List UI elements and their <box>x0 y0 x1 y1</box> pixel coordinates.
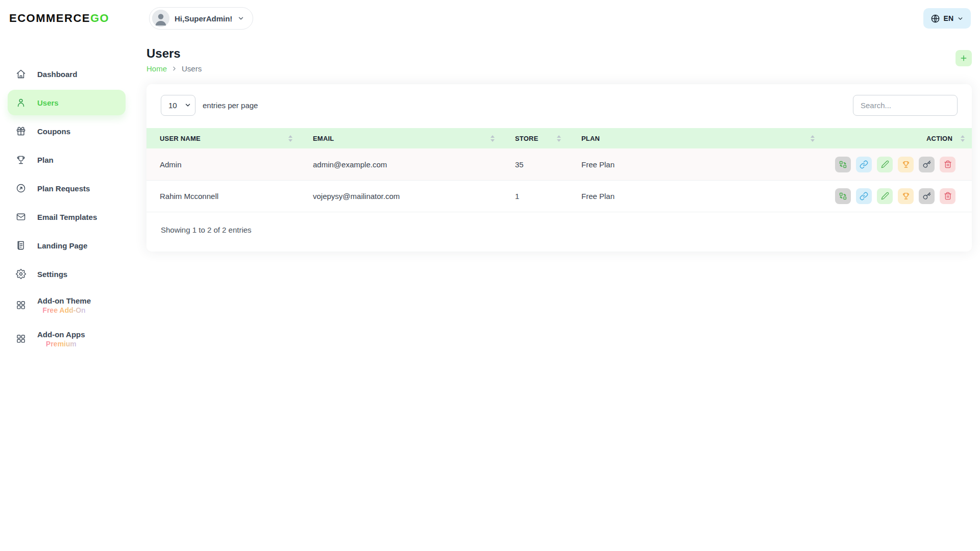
cell-username: Admin <box>146 148 300 180</box>
sidebar-item-subtitle: Premium <box>46 340 77 348</box>
sort-icon[interactable] <box>288 135 292 142</box>
link-icon <box>860 160 868 169</box>
language-selector[interactable]: EN <box>923 8 971 29</box>
table-row: Rahim Mcconnell vojepysy@mailinator.com … <box>146 180 972 212</box>
add-user-button[interactable] <box>955 50 972 66</box>
copy-link-button[interactable] <box>856 188 872 204</box>
chevron-down-icon <box>237 15 244 22</box>
breadcrumb-current: Users <box>182 64 202 73</box>
trophy-icon <box>902 192 910 200</box>
sidebar-item-label: Coupons <box>37 127 70 136</box>
column-header-action[interactable]: ACTION <box>822 128 972 148</box>
pencil-icon <box>881 192 889 200</box>
column-header-email[interactable]: EMAIL <box>300 128 502 148</box>
table-summary: Showing 1 to 2 of 2 entries <box>146 212 972 234</box>
upgrade-plan-button[interactable] <box>898 157 914 172</box>
trash-icon <box>944 160 952 168</box>
sidebar-item-label: Plan Requests <box>37 184 90 193</box>
sidebar-item-label: Add-on Apps <box>37 330 85 339</box>
trophy-icon <box>902 160 910 168</box>
sidebar-item-label: Email Templates <box>37 213 97 221</box>
brand-logo[interactable]: ECOMMERCEGO <box>0 12 133 25</box>
table-row: Admin admin@example.com 35 Free Plan <box>146 148 972 180</box>
entries-select[interactable]: 10 <box>161 95 195 116</box>
sort-icon[interactable] <box>491 135 495 142</box>
cell-email: vojepysy@mailinator.com <box>300 180 502 212</box>
sidebar-item-label: Settings <box>37 270 67 279</box>
globe-icon <box>930 14 940 23</box>
upgrade-plan-button[interactable] <box>898 188 914 204</box>
grid-icon <box>16 334 26 344</box>
user-greeting: Hi,SuperAdmin! <box>175 14 232 23</box>
trophy-icon <box>16 155 26 165</box>
swap-plan-button[interactable] <box>835 188 851 204</box>
edit-button[interactable] <box>877 188 893 204</box>
users-card: 10 entries per page USER NAME EMAIL STOR… <box>146 84 972 252</box>
user-menu[interactable]: Hi,SuperAdmin! <box>149 7 253 30</box>
swap-icon <box>839 160 847 169</box>
delete-button[interactable] <box>940 157 955 172</box>
table-header-row: USER NAME EMAIL STORE PLAN ACTION <box>146 128 972 148</box>
brand-name: ECOMMERCE <box>9 12 90 24</box>
cell-store: 1 <box>502 180 568 212</box>
sidebar-item-label: Dashboard <box>37 70 77 79</box>
copy-link-button[interactable] <box>856 157 872 172</box>
language-code: EN <box>944 14 953 22</box>
delete-button[interactable] <box>940 188 955 204</box>
row-actions <box>835 157 965 172</box>
cell-plan: Free Plan <box>568 148 822 180</box>
column-header-store[interactable]: STORE <box>502 128 568 148</box>
user-icon <box>16 97 26 108</box>
sidebar-item-subtitle: Free Add-On <box>42 306 85 314</box>
cell-email: admin@example.com <box>300 148 502 180</box>
main-content: Users Home Users 10 entries per <box>133 37 980 252</box>
key-icon <box>923 160 931 168</box>
page-icon <box>16 240 26 251</box>
sidebar: Dashboard Users Coupons Plan Plan Reques… <box>0 37 133 357</box>
column-header-plan[interactable]: PLAN <box>568 128 822 148</box>
chevron-right-icon <box>171 65 178 72</box>
breadcrumb: Home Users <box>146 64 202 73</box>
edit-button[interactable] <box>877 157 893 172</box>
sidebar-item-addon-theme[interactable]: Add-on Theme Free Add-On <box>8 290 126 320</box>
reset-password-button[interactable] <box>919 188 935 204</box>
key-icon <box>923 192 931 200</box>
sidebar-item-plan-requests[interactable]: Plan Requests <box>8 176 126 201</box>
sidebar-item-settings[interactable]: Settings <box>8 261 126 287</box>
gear-icon <box>16 269 26 279</box>
swap-icon <box>839 192 847 201</box>
link-icon <box>860 192 868 201</box>
entries-per-page-label: entries per page <box>203 101 258 110</box>
sidebar-item-label: Users <box>37 98 59 107</box>
gift-icon <box>16 126 26 136</box>
sidebar-item-addon-apps[interactable]: Add-on Apps Premium <box>8 323 126 354</box>
sidebar-item-coupons[interactable]: Coupons <box>8 118 126 144</box>
sidebar-item-label: Landing Page <box>37 241 87 250</box>
swap-plan-button[interactable] <box>835 157 851 172</box>
cell-store: 35 <box>502 148 568 180</box>
entries-per-page-select[interactable]: 10 <box>161 95 195 116</box>
avatar <box>152 10 169 27</box>
search-input[interactable] <box>853 95 958 116</box>
page-title: Users <box>146 47 202 60</box>
arrow-up-right-circle-icon <box>16 183 26 193</box>
sidebar-item-email-templates[interactable]: Email Templates <box>8 204 126 230</box>
sidebar-item-dashboard[interactable]: Dashboard <box>8 61 126 87</box>
chevron-down-icon <box>957 15 964 22</box>
breadcrumb-home-link[interactable]: Home <box>146 64 167 73</box>
sort-icon[interactable] <box>811 135 815 142</box>
sort-icon[interactable] <box>557 135 561 142</box>
table-controls: 10 entries per page <box>146 84 972 128</box>
sidebar-item-landing-page[interactable]: Landing Page <box>8 233 126 258</box>
row-actions <box>835 188 965 204</box>
sidebar-item-plan[interactable]: Plan <box>8 147 126 172</box>
sidebar-item-label: Add-on Theme <box>37 296 91 305</box>
trash-icon <box>944 192 952 200</box>
mail-icon <box>16 212 26 222</box>
sort-icon[interactable] <box>961 135 965 142</box>
users-table: USER NAME EMAIL STORE PLAN ACTION Admin … <box>146 128 972 212</box>
brand-name-suffix: GO <box>90 12 109 24</box>
column-header-username[interactable]: USER NAME <box>146 128 300 148</box>
sidebar-item-users[interactable]: Users <box>8 90 126 115</box>
reset-password-button[interactable] <box>919 157 935 172</box>
